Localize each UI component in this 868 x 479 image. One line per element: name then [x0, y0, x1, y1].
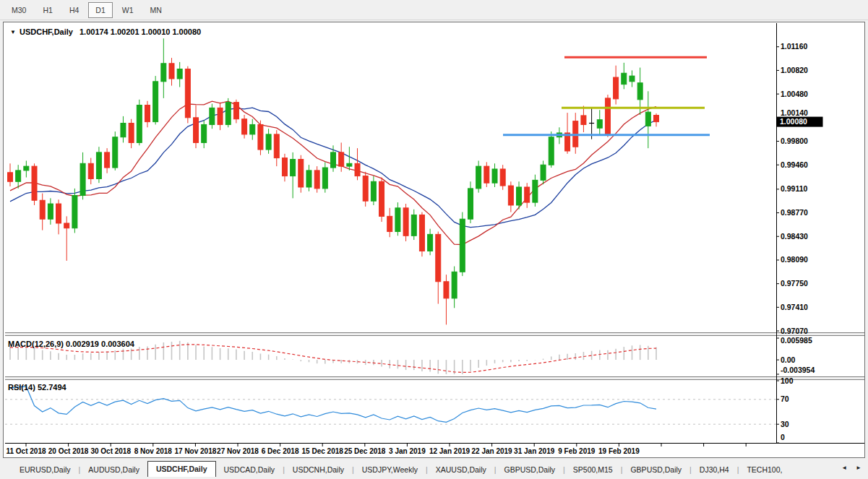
chart-tab-eurusd-daily[interactable]: EURUSD,Daily: [12, 462, 79, 477]
candle-body: [177, 69, 182, 79]
candle-body: [614, 77, 619, 99]
candle-body: [80, 163, 85, 195]
date-label: 12 Jan 2019: [429, 447, 470, 455]
price-axis-label: 0.98770: [781, 208, 808, 217]
candle-body: [185, 69, 190, 118]
symbol-header: USDCHF,Daily1.00174 1.00201 1.00010 1.00…: [20, 27, 201, 36]
timeframe-button-h1[interactable]: H1: [35, 2, 59, 18]
candle-body: [444, 282, 449, 298]
chart-tab-dj30-h4[interactable]: DJ30,H4: [692, 462, 737, 477]
candle-body: [492, 169, 497, 183]
candle-body: [48, 204, 53, 219]
date-label: 9 Feb 2019: [558, 447, 596, 455]
timeframe-button-h4[interactable]: H4: [62, 2, 86, 18]
rsi-axis-label: 0: [781, 433, 785, 441]
price-axis-label: 0.97070: [781, 327, 808, 335]
candle-body: [460, 219, 465, 272]
timeframe-button-mn[interactable]: MN: [143, 2, 169, 18]
candle-body: [622, 73, 627, 84]
candle-body: [508, 186, 513, 205]
macd-axis-label: 0.00: [781, 355, 796, 364]
chart-background: [5, 23, 864, 457]
candle-body: [266, 134, 271, 150]
chart-tab-xauusd-daily[interactable]: XAUUSD,Daily: [428, 462, 494, 477]
date-label: 27 Nov 2018: [217, 447, 259, 455]
candle-body: [40, 200, 45, 219]
chart-tab-gbpusd-daily[interactable]: GBPUSD,Daily: [622, 462, 689, 477]
candle-body: [88, 163, 93, 178]
date-label: 19 Feb 2019: [598, 447, 640, 455]
rsi-axis-label: 100: [781, 376, 794, 385]
candle-body: [387, 216, 392, 231]
candle-body: [322, 168, 327, 189]
timeframe-button-d1[interactable]: D1: [88, 2, 112, 18]
candle-body: [629, 76, 635, 82]
chart-tab-usdjpy-weekly[interactable]: USDJPY,Weekly: [354, 462, 426, 477]
price-axis-label: 0.98430: [781, 232, 808, 241]
chart-canvas[interactable]: 1.011601.008201.004801.001400.998000.994…: [5, 23, 864, 457]
candle-body: [419, 215, 424, 251]
date-label: 3 Jan 2019: [389, 447, 426, 455]
candle-body: [218, 108, 223, 124]
candle-body: [525, 187, 530, 202]
timeframe-button-w1[interactable]: W1: [115, 2, 141, 18]
price-axis-label: 1.00140: [781, 108, 808, 117]
candle-body: [24, 166, 29, 171]
symbol-ohlc: 1.00174 1.00201 1.00010 1.00080: [80, 27, 201, 36]
chart-tabbar: EURUSD,Daily|AUDUSD,DailyUSDCHF,DailyUSD…: [0, 459, 868, 477]
rsi-header: RSI(14) 52.7494: [8, 383, 67, 392]
chart-tab-tech100[interactable]: TECH100,: [739, 462, 790, 477]
tab-scroll-right-icon[interactable]: ►: [851, 462, 866, 474]
tab-scroll-buttons: ◄►: [837, 462, 866, 474]
chart-tab-audusd-daily[interactable]: AUDUSD,Daily: [80, 462, 147, 477]
price-axis-label: 0.99800: [781, 137, 808, 145]
candle-body: [72, 196, 77, 228]
price-axis-label: 1.01160: [781, 42, 808, 51]
date-label: 30 Oct 2018: [90, 447, 131, 455]
candle-body: [331, 152, 336, 168]
candle-body: [137, 105, 142, 143]
candle-body: [129, 124, 134, 143]
chart-tab-sp500-m15[interactable]: SP500,M15: [565, 462, 621, 477]
price-axis-label: 1.00480: [781, 90, 808, 98]
chart-window: 1.011601.008201.004801.001400.998000.994…: [3, 22, 865, 458]
candle-body: [500, 169, 505, 186]
current-price-label: 1.00080: [780, 117, 807, 126]
candle-body: [436, 234, 441, 281]
macd-axis-label: -0.003954: [781, 366, 815, 374]
date-label: 15 Dec 2018: [302, 447, 344, 455]
rsi-axis-label: 30: [781, 420, 789, 428]
candle-body: [347, 163, 352, 166]
date-label: 8 Nov 2018: [134, 447, 173, 455]
candle-body: [282, 158, 287, 176]
symbol-dropdown-icon[interactable]: ▼: [10, 29, 16, 35]
candle-body: [355, 163, 360, 176]
candle-body: [428, 234, 433, 251]
candle-body: [258, 124, 263, 150]
chart-tab-usdchf-daily[interactable]: USDCHF,Daily: [147, 461, 216, 477]
candle-body: [645, 112, 650, 126]
date-label: 6 Dec 2018: [262, 447, 299, 455]
candle-body: [581, 116, 586, 125]
candle-body: [605, 98, 610, 135]
candle-body: [541, 165, 546, 180]
timeframe-button-m30[interactable]: M30: [4, 2, 33, 18]
candle-body: [533, 180, 538, 202]
candle-body: [121, 124, 126, 137]
candle-body: [8, 173, 13, 182]
tab-scroll-left-icon[interactable]: ◄: [837, 462, 851, 474]
chart-tab-usdcnh-daily[interactable]: USDCNH,Daily: [285, 462, 352, 477]
candle-body: [153, 82, 158, 122]
candle-body: [339, 152, 344, 166]
candle-body: [371, 181, 376, 201]
candle-body: [517, 187, 522, 205]
candle-body: [225, 103, 231, 125]
candle-body: [379, 181, 384, 216]
candle-body: [202, 124, 207, 142]
candle-body: [274, 134, 279, 158]
chart-tab-gbpusd-daily[interactable]: GBPUSD,Daily: [497, 462, 564, 477]
candle-body: [210, 108, 215, 124]
chart-tab-usdcad-daily[interactable]: USDCAD,Daily: [216, 462, 283, 477]
candle-body: [476, 166, 481, 189]
candle-body: [291, 160, 296, 176]
